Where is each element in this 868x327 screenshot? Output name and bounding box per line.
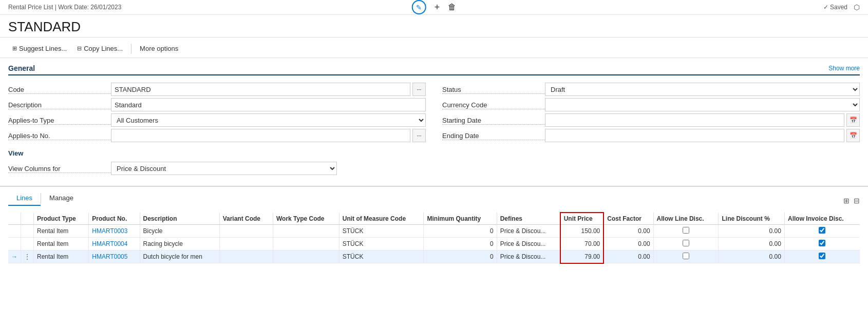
cell-minimum-quantity: 0 [424, 225, 497, 238]
cell-work-type-code [273, 225, 339, 238]
currency-code-select[interactable] [545, 98, 860, 111]
form-left-col: Code ··· Description Applies-to Type All… [8, 82, 426, 143]
cell-allow-invoice-disc[interactable] [784, 238, 860, 251]
applies-to-no-control: ··· [111, 129, 426, 142]
add-button[interactable]: + [435, 2, 440, 13]
cell-defines: Price & Discou... [497, 225, 560, 238]
ending-date-input[interactable] [545, 129, 844, 142]
more-options-button[interactable]: More options [136, 43, 182, 54]
suggest-lines-button[interactable]: ⊞ Suggest Lines... [8, 43, 71, 54]
applies-to-type-select[interactable]: All Customers Customer Customer Price Gr… [111, 113, 426, 127]
lines-settings-button[interactable]: ⊟ [854, 197, 860, 205]
starting-date-input[interactable] [545, 113, 844, 127]
allow-line-disc-checkbox[interactable] [683, 227, 689, 234]
edit-button[interactable]: ✎ [412, 0, 426, 14]
cell-variant-code [219, 238, 273, 251]
edit-icon: ✎ [416, 4, 422, 11]
applies-to-no-label: Applies-to No. [8, 132, 111, 140]
tab-lines[interactable]: Lines [8, 191, 41, 206]
row-arrow [8, 238, 21, 251]
cell-line-discount-pct: 0.00 [719, 225, 784, 238]
lines-open-in-new-button[interactable]: ⊞ [843, 197, 850, 205]
cell-unit-of-measure-code: STÜCK [339, 238, 424, 251]
cell-allow-invoice-disc[interactable] [784, 251, 860, 263]
currency-code-control [545, 98, 860, 111]
code-label: Code [8, 86, 111, 93]
copy-lines-button[interactable]: ⊟ Copy Lines... [73, 43, 127, 54]
code-lookup-button[interactable]: ··· [412, 83, 426, 96]
cell-unit-of-measure-code: STÜCK [339, 225, 424, 238]
table-header-row: Product Type Product No. Description Var… [8, 213, 860, 225]
cell-allow-line-disc[interactable] [653, 251, 719, 263]
description-input[interactable] [111, 98, 426, 111]
general-section-title: General [8, 64, 35, 72]
add-icon: + [435, 2, 440, 13]
general-section: General Show more Code ··· Description [0, 58, 868, 147]
applies-to-no-input[interactable] [111, 129, 410, 142]
form-right-col: Status Draft Active Inactive Currency Co… [442, 82, 860, 143]
row-arrow: → [8, 251, 21, 263]
row-dots [21, 225, 34, 238]
currency-code-row: Currency Code [442, 97, 860, 112]
toolbar-separator [131, 44, 131, 54]
status-control: Draft Active Inactive [545, 83, 860, 96]
cell-work-type-code [273, 251, 339, 263]
col-work-type-code: Work Type Code [273, 213, 339, 225]
col-unit-price: Unit Price [560, 213, 604, 225]
external-link-button[interactable]: ⬡ [854, 3, 860, 11]
view-columns-for-select[interactable]: Price & Discount Price Discount [111, 162, 337, 175]
cell-allow-line-disc[interactable] [653, 225, 719, 238]
header-actions: ✎ + 🗑 [412, 0, 457, 14]
col-product-type: Product Type [34, 213, 89, 225]
applies-to-type-label: Applies-to Type [8, 117, 111, 124]
col-unit-of-measure-code: Unit of Measure Code [339, 213, 424, 225]
cell-product-type: Rental Item [34, 225, 89, 238]
col-variant-code: Variant Code [219, 213, 273, 225]
allow-invoice-disc-checkbox[interactable] [819, 227, 825, 234]
col-defines: Defines [497, 213, 560, 225]
col-cost-factor: Cost Factor [603, 213, 653, 225]
allow-line-disc-checkbox[interactable] [683, 253, 689, 259]
cell-line-discount-pct: 0.00 [719, 251, 784, 263]
starting-date-calendar-button[interactable]: 📅 [846, 113, 860, 127]
header-bar: Rental Price List | Work Date: 26/01/202… [0, 0, 868, 15]
suggest-lines-icon: ⊞ [12, 45, 17, 52]
cell-unit-price: 70.00 [560, 238, 604, 251]
delete-button[interactable]: 🗑 [448, 3, 456, 12]
col-arrow [8, 213, 21, 225]
cell-product-no: HMART0004 [89, 238, 140, 251]
status-select[interactable]: Draft Active Inactive [545, 83, 860, 96]
row-dots [21, 238, 34, 251]
table-row: Rental Item HMART0003 Bicycle STÜCK 0 Pr… [8, 225, 860, 238]
cell-product-type: Rental Item [34, 238, 89, 251]
cell-work-type-code [273, 238, 339, 251]
allow-invoice-disc-checkbox[interactable] [819, 253, 825, 259]
code-control: ··· [111, 83, 426, 96]
tab-manage[interactable]: Manage [41, 191, 82, 206]
code-input[interactable] [111, 83, 410, 96]
saved-status: ✓ Saved [823, 4, 847, 11]
general-form-grid: Code ··· Description Applies-to Type All… [8, 82, 860, 143]
ending-date-calendar-button[interactable]: 📅 [846, 129, 860, 142]
view-columns-for-control: Price & Discount Price Discount [111, 162, 337, 175]
cell-product-type: Rental Item [34, 251, 89, 263]
cell-description: Racing bicycle [140, 238, 219, 251]
applies-to-no-row: Applies-to No. ··· [8, 128, 426, 143]
lines-header-right: ⊞ ⊟ [843, 197, 860, 205]
view-section: View View Columns for Price & Discount P… [0, 147, 868, 182]
cell-allow-invoice-disc[interactable] [784, 225, 860, 238]
col-product-no: Product No. [89, 213, 140, 225]
starting-date-label: Starting Date [442, 117, 545, 124]
allow-line-disc-checkbox[interactable] [683, 240, 689, 246]
allow-invoice-disc-checkbox[interactable] [819, 240, 825, 246]
lines-table-body: Rental Item HMART0003 Bicycle STÜCK 0 Pr… [8, 225, 860, 263]
cell-defines: Price & Discou... [497, 251, 560, 263]
row-dots[interactable]: ⋮ [21, 251, 34, 263]
show-more-link[interactable]: Show more [828, 65, 860, 72]
row-arrow [8, 225, 21, 238]
cell-allow-line-disc[interactable] [653, 238, 719, 251]
cell-minimum-quantity: 0 [424, 251, 497, 263]
applies-to-type-row: Applies-to Type All Customers Customer C… [8, 112, 426, 128]
table-row: → ⋮ Rental Item HMART0005 Dutch bicycle … [8, 251, 860, 263]
applies-to-no-lookup-button[interactable]: ··· [412, 129, 426, 142]
